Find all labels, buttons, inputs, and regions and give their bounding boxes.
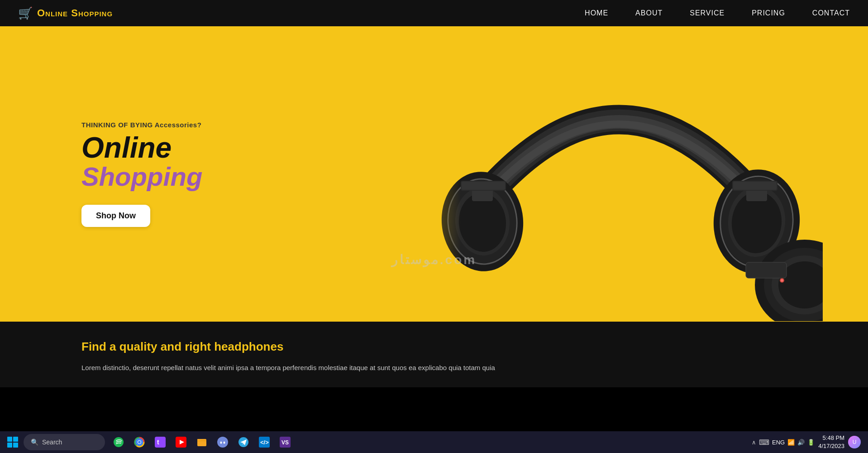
svg-point-20	[781, 279, 783, 282]
start-button[interactable]	[4, 433, 22, 451]
user-avatar[interactable]: U	[848, 436, 861, 448]
time-display: 5:48 PM	[818, 434, 844, 442]
svg-point-37	[224, 442, 225, 444]
taskbar-app-vscode[interactable]: </>	[254, 432, 274, 452]
nav-item-about[interactable]: ABOUT	[635, 9, 663, 17]
nav-item-service[interactable]: SERVICE	[690, 9, 725, 17]
logo-text: Online Shopping	[37, 7, 113, 19]
date-display: 4/17/2023	[818, 442, 844, 450]
hero-gradient	[370, 26, 461, 322]
svg-rect-24	[733, 182, 777, 190]
svg-point-25	[114, 437, 124, 447]
search-label: Search	[42, 439, 62, 446]
hero-title-line1: Online	[81, 133, 202, 162]
wifi-icon: 📶	[787, 439, 795, 446]
svg-rect-22	[462, 182, 505, 190]
chevron-up-icon[interactable]: ∧	[752, 439, 756, 446]
info-body: Lorem distinctio, deserunt repellat natu…	[81, 362, 787, 374]
taskbar-apps: t </> VS	[109, 432, 295, 452]
svg-point-28	[138, 441, 141, 443]
language-indicator: ENG	[772, 439, 785, 446]
search-icon: 🔍	[31, 439, 38, 446]
taskbar-app-vs[interactable]: VS	[275, 432, 295, 452]
taskbar-app-telegram[interactable]	[234, 432, 253, 452]
info-section: Find a quality and right headphones Lore…	[0, 322, 868, 387]
windows-icon	[7, 437, 18, 448]
nav-links: HOME ABOUT SERVICE PRICING CONTACT	[585, 9, 850, 17]
nav-item-pricing[interactable]: PRICING	[752, 9, 785, 17]
logo[interactable]: 🛒 Online Shopping	[18, 6, 113, 20]
hero-section: THINKING OF BYING Accessories? Online Sh…	[0, 26, 868, 322]
hero-image	[370, 26, 868, 322]
svg-rect-17	[746, 262, 787, 278]
cart-icon: 🛒	[18, 6, 33, 20]
nav-item-contact[interactable]: CONTACT	[812, 9, 850, 17]
taskbar-app-twitch[interactable]: t	[150, 432, 170, 452]
info-heading: Find a quality and right headphones	[81, 340, 787, 354]
svg-text:</>: </>	[260, 439, 269, 446]
navbar: 🛒 Online Shopping HOME ABOUT SERVICE PRI…	[0, 0, 868, 26]
svg-text:t: t	[157, 439, 159, 446]
shop-now-button[interactable]: Shop Now	[81, 205, 150, 227]
hero-content: THINKING OF BYING Accessories? Online Sh…	[81, 121, 202, 227]
taskbar-app-files[interactable]	[192, 432, 212, 452]
hero-title-line2: Shopping	[81, 162, 202, 191]
hero-subtitle: THINKING OF BYING Accessories?	[81, 121, 202, 129]
taskbar-app-youtube[interactable]	[171, 432, 191, 452]
keyboard-icon: ⌨	[759, 438, 769, 447]
svg-rect-35	[217, 437, 228, 448]
taskbar-search[interactable]: 🔍 Search	[24, 434, 105, 450]
taskbar-right: ∧ ⌨ ENG 📶 🔊 🔋 5:48 PM 4/17/2023 U	[752, 434, 864, 450]
taskbar-app-discord[interactable]	[213, 432, 233, 452]
svg-rect-34	[197, 439, 201, 441]
svg-text:VS: VS	[281, 439, 289, 446]
systray-icons: ∧ ⌨ ENG 📶 🔊 🔋	[752, 438, 815, 447]
taskbar: 🔍 Search t </> VS	[0, 431, 868, 453]
speaker-icon: 🔊	[797, 439, 805, 446]
svg-rect-29	[155, 437, 166, 448]
taskbar-app-browser[interactable]	[129, 432, 149, 452]
svg-point-36	[220, 442, 222, 444]
battery-icon: 🔋	[807, 439, 815, 446]
clock[interactable]: 5:48 PM 4/17/2023	[818, 434, 844, 450]
headphones-svg	[415, 27, 823, 321]
taskbar-app-spotify[interactable]	[109, 432, 129, 452]
nav-item-home[interactable]: HOME	[585, 9, 608, 17]
